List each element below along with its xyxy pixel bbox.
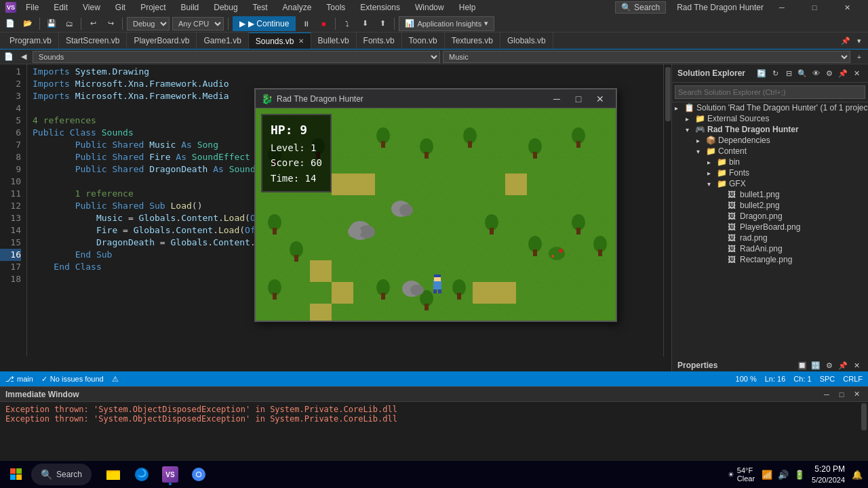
menubar-project[interactable]: Project xyxy=(135,1,171,14)
expand-btn[interactable]: + xyxy=(853,51,865,63)
step-out-btn[interactable]: ⬆ xyxy=(375,16,390,31)
volume-icon[interactable]: 🔊 xyxy=(776,468,790,481)
menubar-analyze[interactable]: Analyze xyxy=(277,1,317,14)
network-icon[interactable]: 📶 xyxy=(760,468,774,481)
status-issues[interactable]: ✓ No issues found xyxy=(41,375,104,384)
minimize-button[interactable]: ─ xyxy=(766,0,797,15)
menubar-test[interactable]: Test xyxy=(248,1,273,14)
file-scope-dropdown[interactable]: Sounds xyxy=(33,51,440,63)
status-crlf[interactable]: CRLF xyxy=(843,375,863,383)
menubar-view[interactable]: View xyxy=(77,1,106,14)
tab-startscreen[interactable]: StartScreen.vb xyxy=(59,33,127,49)
tab-program[interactable]: Program.vb xyxy=(3,33,59,49)
tab-globals[interactable]: Globals.vb xyxy=(500,33,553,49)
pause-btn[interactable]: ⏸ xyxy=(298,16,313,31)
game-window[interactable]: 🐉 Rad The Dragon Hunter ─ □ ✕ xyxy=(254,88,617,322)
clock-widget[interactable]: 5:20 PM 5/20/2024 xyxy=(812,464,845,485)
iw-scroll-thumb[interactable] xyxy=(861,403,867,430)
se-search-input[interactable] xyxy=(675,85,865,99)
tab-more-btn[interactable]: ▾ xyxy=(853,35,865,47)
se-filter-btn[interactable]: 🔍 xyxy=(796,67,808,79)
tree-radani[interactable]: 🖼 RadAni.png xyxy=(672,243,868,254)
game-close-btn[interactable]: ✕ xyxy=(590,92,610,106)
menubar-git[interactable]: Git xyxy=(110,1,131,14)
tree-gfx[interactable]: ▾ 📁 GFX xyxy=(672,178,868,189)
menubar-edit[interactable]: Edit xyxy=(48,1,73,14)
tab-sounds[interactable]: Sounds.vb ✕ xyxy=(249,33,311,49)
search-bar[interactable]: 🔍 Search xyxy=(615,1,666,14)
editor-scrollbar[interactable] xyxy=(663,64,671,357)
tree-solution-root[interactable]: ▸ 📋 Solution 'Rad The Dragon Hunter' (1 … xyxy=(672,102,868,113)
step-over-btn[interactable]: ⤵ xyxy=(340,16,355,31)
props-pin-btn[interactable]: 📌 xyxy=(837,359,849,371)
se-collapse-btn[interactable]: ⊟ xyxy=(783,67,795,79)
taskbar-edge[interactable] xyxy=(128,462,155,487)
new-file-btn[interactable]: 📄 xyxy=(3,16,18,31)
close-button[interactable]: ✕ xyxy=(831,0,863,15)
se-settings-btn[interactable]: ⚙ xyxy=(823,67,835,79)
tree-dragon[interactable]: 🖼 Dragon.png xyxy=(672,211,868,222)
se-sync-btn[interactable]: 🔄 xyxy=(755,67,768,79)
props-close-btn[interactable]: ✕ xyxy=(850,359,863,371)
scrollbar-thumb[interactable] xyxy=(665,67,671,121)
se-close-btn[interactable]: ✕ xyxy=(850,67,863,79)
iw-maximize-btn[interactable]: □ xyxy=(835,388,848,401)
props-categorize-btn[interactable]: 🔲 xyxy=(796,359,808,371)
status-zoom[interactable]: 100 % xyxy=(736,375,757,383)
menubar-build[interactable]: Build xyxy=(176,1,205,14)
tree-rad[interactable]: 🖼 rad.png xyxy=(672,232,868,243)
taskbar-search[interactable]: 🔍 Search xyxy=(31,464,92,485)
taskbar-vs[interactable]: VS xyxy=(157,462,184,487)
menubar-window[interactable]: Window xyxy=(410,1,450,14)
tree-bullet1[interactable]: 🖼 bullet1.png xyxy=(672,189,868,200)
tree-content[interactable]: ▾ 📁 Content xyxy=(672,146,868,157)
tab-close-sounds[interactable]: ✕ xyxy=(298,37,304,45)
taskbar-chrome[interactable] xyxy=(185,462,212,487)
menubar-debug[interactable]: Debug xyxy=(208,1,243,14)
se-refresh-btn[interactable]: ↻ xyxy=(769,67,781,79)
iw-close-btn[interactable]: ✕ xyxy=(850,388,863,401)
tab-game1[interactable]: Game1.vb xyxy=(197,33,248,49)
game-minimize-btn[interactable]: ─ xyxy=(547,92,567,106)
tree-bin[interactable]: ▸ 📁 bin xyxy=(672,157,868,167)
save-all-btn[interactable]: 🗂 xyxy=(62,16,77,31)
save-btn[interactable]: 💾 xyxy=(44,16,59,31)
iw-minimize-btn[interactable]: ─ xyxy=(821,388,833,401)
stop-btn[interactable]: ■ xyxy=(316,16,331,31)
tree-bullet2[interactable]: 🖼 bullet2.png xyxy=(672,200,868,211)
open-btn[interactable]: 📂 xyxy=(20,16,35,31)
tab-toon[interactable]: Toon.vb xyxy=(402,33,445,49)
status-spc[interactable]: SPC xyxy=(820,375,835,383)
nav-back-btn[interactable]: ◀ xyxy=(18,51,30,63)
tab-fonts[interactable]: Fonts.vb xyxy=(357,33,402,49)
tree-rectangle[interactable]: 🖼 Rectangle.png xyxy=(672,254,868,265)
se-preview-btn[interactable]: 👁 xyxy=(810,67,822,79)
menubar-extensions[interactable]: Extensions xyxy=(355,1,406,14)
app-insights-button[interactable]: 📊 Application Insights ▾ xyxy=(399,16,494,31)
menubar-help[interactable]: Help xyxy=(454,1,481,14)
battery-icon[interactable]: 🔋 xyxy=(793,468,806,481)
code-scope-dropdown[interactable]: Music xyxy=(443,51,850,63)
props-custom-btn[interactable]: ⚙ xyxy=(823,359,835,371)
start-button[interactable] xyxy=(4,462,28,487)
tab-playerboard[interactable]: PlayerBoard.vb xyxy=(127,33,197,49)
platform-dropdown[interactable]: Any CPU xyxy=(172,17,224,30)
status-git[interactable]: ⎇ main xyxy=(5,375,33,384)
taskbar-explorer[interactable] xyxy=(100,462,127,487)
tab-textures[interactable]: Textures.vb xyxy=(445,33,500,49)
status-warnings[interactable]: ⚠ xyxy=(112,375,119,384)
menubar-file[interactable]: File xyxy=(20,1,44,14)
tree-fonts[interactable]: ▸ 📁 Fonts xyxy=(672,167,868,178)
tree-playerboard[interactable]: 🖼 PlayerBoard.png xyxy=(672,222,868,232)
se-pin-btn[interactable]: 📌 xyxy=(837,67,849,79)
tree-dependencies[interactable]: ▸ 📦 Dependencies xyxy=(672,135,868,146)
menubar-tools[interactable]: Tools xyxy=(321,1,351,14)
tab-bullet[interactable]: Bullet.vb xyxy=(311,33,357,49)
props-alpha-btn[interactable]: 🔡 xyxy=(810,359,822,371)
undo-btn[interactable]: ↩ xyxy=(85,16,100,31)
tree-external-sources[interactable]: ▸ 📁 External Sources xyxy=(672,113,868,124)
tree-project-rad[interactable]: ▾ 🎮 Rad The Dragon Hunter xyxy=(672,124,868,135)
weather-widget[interactable]: ☀ 54°F Clear xyxy=(728,466,755,483)
debug-config-dropdown[interactable]: Debug xyxy=(127,17,170,30)
game-restore-btn[interactable]: □ xyxy=(568,92,589,106)
